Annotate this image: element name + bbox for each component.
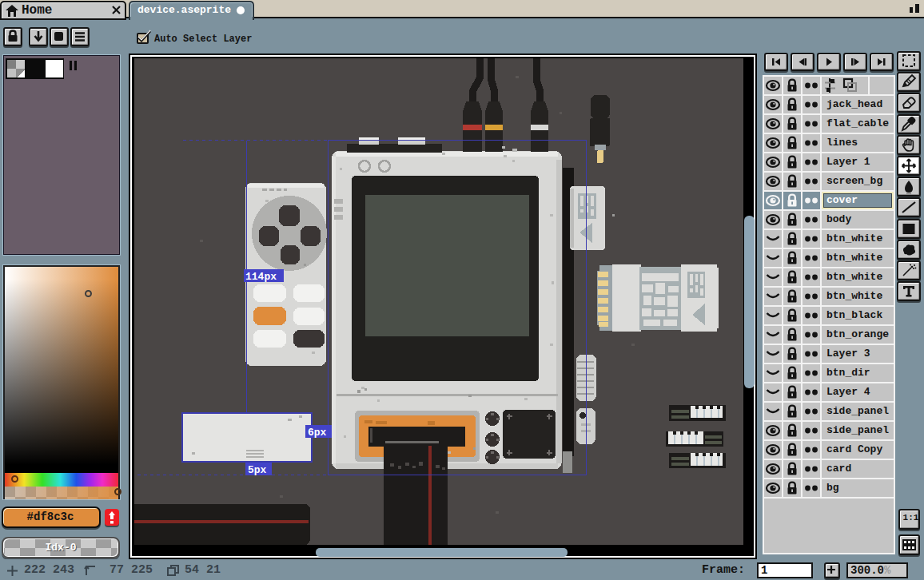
svg-text:5px: 5px	[248, 464, 267, 476]
svg-text:6px: 6px	[308, 427, 327, 439]
svg-text:114px: 114px	[245, 271, 277, 283]
